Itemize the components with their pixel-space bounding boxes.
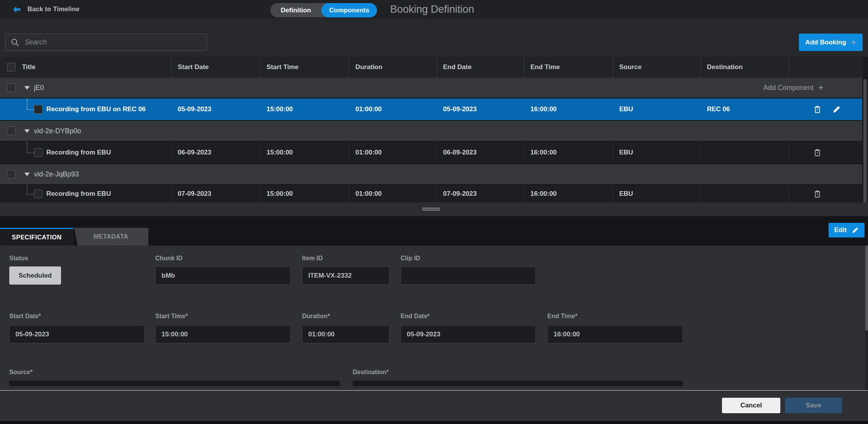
back-arrow-icon xyxy=(13,6,20,13)
duration-field[interactable]: 01:00:00 xyxy=(302,325,389,343)
row-checkbox[interactable] xyxy=(7,127,15,135)
destination-field[interactable] xyxy=(353,381,683,386)
add-booking-label: Add Booking xyxy=(805,39,846,46)
item-id-field[interactable]: ITEM-VX-2332 xyxy=(302,266,389,285)
table-row-group-vid-2e-JqBp93[interactable]: vid-2e-JqBp93 xyxy=(0,164,862,184)
table-scrollbar-thumb[interactable] xyxy=(863,79,867,203)
group-label: jE0 xyxy=(34,78,44,98)
search-input[interactable]: Search xyxy=(5,34,207,51)
caret-down-icon[interactable] xyxy=(24,129,30,133)
tree-connector xyxy=(27,194,34,195)
caret-down-icon[interactable] xyxy=(24,86,30,90)
edit-button[interactable]: Edit xyxy=(829,223,865,237)
cell-end-date: 05-09-2023 xyxy=(437,98,524,120)
save-button[interactable]: Save xyxy=(785,398,842,413)
table-row-component[interactable]: Recording from EBU 06-09-2023 15:00:00 0… xyxy=(0,142,862,163)
group-label: vid-2e-JqBp93 xyxy=(34,164,79,184)
source-field[interactable] xyxy=(9,381,340,386)
cell-duration: 01:00:00 xyxy=(349,98,437,120)
table-row-component[interactable]: Recording from EBU 07-09-2023 15:00:00 0… xyxy=(0,185,862,202)
cell-end-time: 16:00:00 xyxy=(524,142,613,163)
column-destination: Destination xyxy=(700,57,788,78)
cell-start-date: 07-09-2023 xyxy=(171,185,260,202)
status-badge: Scheduled xyxy=(9,266,61,285)
group-label: vid-2e-DYBp0o xyxy=(34,121,81,141)
cell-duration: 01:00:00 xyxy=(349,142,437,163)
cell-duration: 01:00:00 xyxy=(349,185,437,202)
cell-destination xyxy=(700,185,788,202)
cell-destination xyxy=(700,142,788,163)
delete-icon[interactable] xyxy=(813,189,822,198)
caret-down-icon[interactable] xyxy=(24,173,30,176)
delete-icon[interactable] xyxy=(813,105,822,114)
column-title: Title xyxy=(0,57,171,78)
clip-id-field[interactable] xyxy=(401,266,536,285)
edit-pencil-icon[interactable] xyxy=(832,105,841,114)
add-component-button[interactable]: Add Component + xyxy=(763,78,824,98)
select-all-checkbox[interactable] xyxy=(7,63,15,71)
splitter-strip xyxy=(0,202,868,216)
toggle-components[interactable]: Components xyxy=(321,3,377,17)
cell-end-date: 07-09-2023 xyxy=(437,185,524,202)
chunk-id-field[interactable]: bMb xyxy=(155,266,290,285)
item-id-label: Item ID xyxy=(302,255,323,262)
row-checkbox[interactable] xyxy=(34,190,42,198)
tree-connector xyxy=(27,98,27,109)
splitter-handle[interactable] xyxy=(422,208,440,212)
clip-id-label: Clip ID xyxy=(401,255,420,262)
component-title: Recording from EBU xyxy=(46,149,111,156)
detail-tab-bar: SPECIFICATION METADATA Edit xyxy=(0,216,868,246)
cell-end-time: 16:00:00 xyxy=(524,98,613,120)
cell-destination: REC 06 xyxy=(700,98,788,120)
column-start-date: Start Date xyxy=(171,57,260,78)
add-booking-button[interactable]: Add Booking + xyxy=(799,34,863,51)
table-row-group-vid-2e-DYBp0o[interactable]: vid-2e-DYBp0o xyxy=(0,121,862,141)
tree-connector xyxy=(27,153,34,153)
back-to-timeline-button[interactable]: Back to Timeline xyxy=(13,0,80,19)
search-placeholder: Search xyxy=(25,38,47,46)
chunk-id-label: Chunk ID xyxy=(155,255,182,262)
cancel-button[interactable]: Cancel xyxy=(722,398,780,413)
start-time-field[interactable]: 15:00:00 xyxy=(155,325,290,343)
cell-end-time: 16:00:00 xyxy=(524,185,613,202)
cell-start-time: 15:00:00 xyxy=(260,142,349,163)
delete-icon[interactable] xyxy=(813,148,822,157)
search-icon xyxy=(11,38,19,47)
destination-label: Destination* xyxy=(353,369,389,376)
component-title: Recording from EBU xyxy=(46,190,111,197)
table-row-group-jE0[interactable]: jE0 Add Component + xyxy=(0,78,862,98)
panel-scrollbar[interactable] xyxy=(865,246,868,390)
status-label: Status xyxy=(9,255,28,262)
start-date-field[interactable]: 05-09-2023 xyxy=(9,325,144,343)
cell-source: EBU xyxy=(613,98,700,120)
plus-icon: + xyxy=(851,38,856,47)
end-date-field[interactable]: 05-09-2023 xyxy=(401,325,536,343)
end-time-field[interactable]: 16:00:00 xyxy=(547,325,683,343)
cell-start-date: 06-09-2023 xyxy=(171,142,260,163)
row-checkbox[interactable] xyxy=(7,83,15,92)
toggle-definition[interactable]: Definition xyxy=(270,3,321,17)
table-header: Title Start Date Start Time Duration End… xyxy=(0,57,862,78)
cell-start-date: 05-09-2023 xyxy=(171,98,260,120)
tab-metadata[interactable]: METADATA xyxy=(73,228,148,246)
row-checkbox[interactable] xyxy=(34,105,42,114)
source-label: Source* xyxy=(9,369,32,376)
add-component-label: Add Component xyxy=(763,84,814,92)
tab-specification[interactable]: SPECIFICATION xyxy=(0,228,73,246)
start-date-label: Start Date* xyxy=(9,313,41,320)
table-scrollbar[interactable] xyxy=(862,57,868,202)
table-row-component-selected[interactable]: Recording from EBU on REC 06 05-09-2023 … xyxy=(0,98,862,120)
cell-source: EBU xyxy=(613,185,700,202)
row-checkbox[interactable] xyxy=(34,148,42,157)
bottom-edge xyxy=(0,421,868,424)
column-actions xyxy=(788,57,862,78)
toolbar: Search Add Booking + xyxy=(0,19,868,57)
cell-end-date: 06-09-2023 xyxy=(437,142,524,163)
tree-connector xyxy=(27,109,34,110)
start-time-label: Start Time* xyxy=(155,313,188,320)
definition-components-toggle: Definition Components xyxy=(270,3,377,17)
row-checkbox[interactable] xyxy=(7,170,15,178)
column-duration: Duration xyxy=(349,57,437,78)
panel-scrollbar-thumb[interactable] xyxy=(865,246,868,331)
back-label: Back to Timeline xyxy=(27,5,80,13)
